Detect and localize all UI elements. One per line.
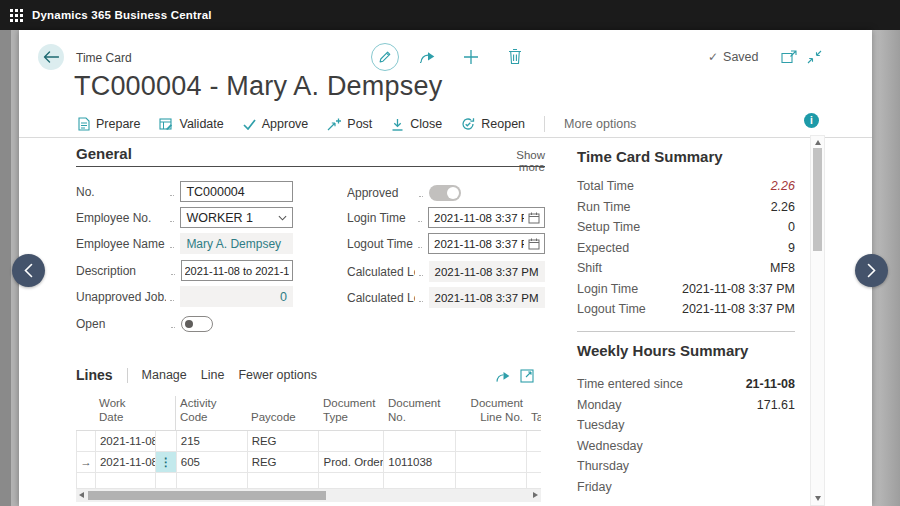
open-toggle[interactable] xyxy=(181,316,213,332)
document-type-cell[interactable] xyxy=(319,473,384,488)
lines-line-menu[interactable]: Line xyxy=(201,368,225,382)
ta-cell[interactable] xyxy=(527,473,541,488)
description-input[interactable] xyxy=(185,261,290,280)
no-input[interactable] xyxy=(186,182,287,201)
field-approved: Approved xyxy=(347,182,545,203)
reopen-button[interactable]: Reopen xyxy=(461,117,525,131)
employee-no-combo[interactable]: WORKER 1 xyxy=(180,207,293,228)
document-type-cell[interactable] xyxy=(319,431,384,451)
calendar-icon[interactable] xyxy=(528,212,540,224)
login-time-input[interactable] xyxy=(434,208,524,227)
ta-cell[interactable] xyxy=(527,431,541,451)
row-menu-cell[interactable]: ⋮ xyxy=(156,452,177,472)
show-more-link[interactable]: Show more xyxy=(488,149,545,173)
lines-horizontal-scrollbar[interactable] xyxy=(76,489,541,502)
app-window: Dynamics 365 Business Central Time Card … xyxy=(0,0,900,506)
work-date-cell[interactable]: 2021-11-08 xyxy=(96,452,156,472)
employee-name-link[interactable]: Mary A. Dempsey xyxy=(186,237,281,251)
dotted-leader xyxy=(170,195,174,196)
row-menu-cell[interactable] xyxy=(156,473,177,488)
col-activity-code[interactable]: Activity Code xyxy=(176,397,247,430)
post-button[interactable]: Post xyxy=(327,117,372,131)
delete-button[interactable] xyxy=(508,48,522,65)
new-button[interactable] xyxy=(463,49,479,65)
collapse-page-button[interactable] xyxy=(807,50,822,64)
more-options-button[interactable]: More options xyxy=(564,117,636,131)
weekly-row: Tuesday xyxy=(577,415,795,436)
activity-code-cell[interactable]: 605 xyxy=(177,452,248,472)
info-icon[interactable]: i xyxy=(804,113,819,128)
page-caption: Time Card xyxy=(76,51,132,65)
weekly-hours-list: Time entered since21-11-08 Monday171.61 … xyxy=(577,374,795,497)
edit-button[interactable] xyxy=(371,43,399,71)
col-work-date[interactable]: Work Date xyxy=(95,397,155,430)
document-line-no-cell[interactable] xyxy=(456,473,527,488)
dotted-leader xyxy=(171,327,175,328)
work-date-cell[interactable] xyxy=(96,473,156,488)
document-no-cell[interactable] xyxy=(384,473,456,488)
page-title: TC000004 - Mary A. Dempsey xyxy=(74,71,442,102)
scroll-down-arrow[interactable] xyxy=(815,496,821,501)
share-button[interactable] xyxy=(419,48,437,64)
document-line-no-cell[interactable] xyxy=(456,452,527,472)
col-document-line-no[interactable]: Document Line No. xyxy=(456,397,527,430)
ta-cell[interactable] xyxy=(527,452,541,472)
logout-time-input[interactable] xyxy=(434,234,524,253)
activity-code-cell[interactable] xyxy=(177,473,248,488)
row-menu-cell[interactable] xyxy=(156,431,177,451)
scroll-left-arrow[interactable] xyxy=(79,492,84,498)
lines-manage-menu[interactable]: Manage xyxy=(142,368,187,382)
weekly-row: Time entered since21-11-08 xyxy=(577,374,795,395)
lines-fewer-options[interactable]: Fewer options xyxy=(238,368,317,382)
description-label: Description xyxy=(76,264,167,278)
scrollbar-thumb[interactable] xyxy=(813,148,822,251)
lines-section-heading[interactable]: Lines xyxy=(76,367,113,383)
document-no-cell[interactable]: 1011038 xyxy=(384,452,456,472)
general-section-heading[interactable]: General xyxy=(76,145,132,162)
saved-check-icon: ✓ xyxy=(708,50,718,64)
document-line-no-cell[interactable] xyxy=(456,431,527,451)
col-paycode[interactable]: Paycode xyxy=(247,411,319,430)
lines-share-button[interactable] xyxy=(495,368,512,383)
paycode-cell[interactable]: REG xyxy=(248,431,320,451)
work-date-cell[interactable]: 2021-11-08 xyxy=(96,431,156,451)
plus-icon xyxy=(463,49,479,65)
dotted-leader xyxy=(419,301,423,302)
chevron-down-icon xyxy=(278,215,287,221)
prepare-button[interactable]: Prepare xyxy=(78,117,140,131)
dotted-leader xyxy=(171,274,175,275)
lines-focus-mode-button[interactable] xyxy=(519,368,534,383)
back-button[interactable] xyxy=(38,44,64,70)
col-document-type[interactable]: Document Type xyxy=(319,397,384,430)
calendar-icon[interactable] xyxy=(528,238,540,250)
weekly-row: Wednesday xyxy=(577,436,795,457)
next-record-button[interactable] xyxy=(855,254,888,287)
paycode-cell[interactable]: REG xyxy=(248,452,320,472)
open-in-window-button[interactable] xyxy=(781,50,797,64)
dotted-leader xyxy=(170,300,174,301)
validate-button[interactable]: Validate xyxy=(159,117,223,131)
scrollbar-thumb[interactable] xyxy=(88,491,326,500)
approved-toggle[interactable] xyxy=(429,185,461,201)
field-open: Open xyxy=(76,313,293,334)
paycode-cell[interactable] xyxy=(248,473,320,488)
col-ta-truncated[interactable]: Ta xyxy=(527,411,541,430)
scroll-up-arrow[interactable] xyxy=(815,140,821,145)
worksheet-icon xyxy=(159,117,173,131)
document-no-cell[interactable] xyxy=(384,431,456,451)
activity-code-cell[interactable]: 215 xyxy=(177,431,248,451)
scroll-right-arrow[interactable] xyxy=(533,492,538,498)
login-time-input-wrap xyxy=(428,207,545,228)
weekly-hours-heading: Weekly Hours Summary xyxy=(577,342,748,359)
logout-time-label: Logout Time xyxy=(347,237,414,251)
close-button[interactable]: Close xyxy=(391,117,442,131)
app-launcher-waffle-icon[interactable] xyxy=(10,9,23,22)
page-vertical-scrollbar[interactable] xyxy=(810,135,825,506)
app-title[interactable]: Dynamics 365 Business Central xyxy=(32,9,212,21)
col-document-no[interactable]: Document No. xyxy=(384,397,456,430)
previous-record-button[interactable] xyxy=(12,254,45,287)
document-type-cell[interactable]: Prod. Order xyxy=(319,452,384,472)
chevron-right-icon xyxy=(867,263,876,278)
approve-button[interactable]: Approve xyxy=(243,117,309,131)
dotted-leader xyxy=(418,221,422,222)
